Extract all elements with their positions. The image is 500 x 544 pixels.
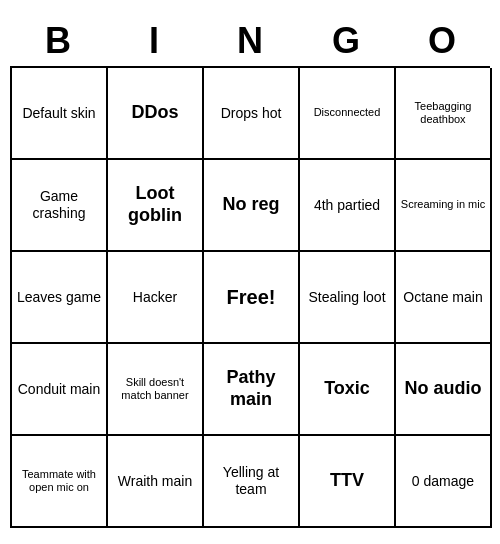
bingo-cell-7: No reg: [204, 160, 300, 252]
bingo-cell-4: Teebagging deathbox: [396, 68, 492, 160]
bingo-cell-1: DDos: [108, 68, 204, 160]
letter-n: N: [206, 20, 294, 62]
bingo-cell-10: Leaves game: [12, 252, 108, 344]
bingo-cell-17: Pathy main: [204, 344, 300, 436]
bingo-cell-0: Default skin: [12, 68, 108, 160]
bingo-cell-12: Free!: [204, 252, 300, 344]
bingo-grid: Default skinDDosDrops hotDisconnectedTee…: [10, 66, 490, 528]
bingo-cell-16: Skill doesn't match banner: [108, 344, 204, 436]
bingo-cell-19: No audio: [396, 344, 492, 436]
bingo-cell-24: 0 damage: [396, 436, 492, 528]
bingo-cell-2: Drops hot: [204, 68, 300, 160]
bingo-cell-20: Teammate with open mic on: [12, 436, 108, 528]
letter-i: I: [110, 20, 198, 62]
bingo-cell-23: TTV: [300, 436, 396, 528]
letter-b: B: [14, 20, 102, 62]
bingo-card: B I N G O Default skinDDosDrops hotDisco…: [10, 16, 490, 528]
bingo-title: B I N G O: [10, 16, 490, 66]
bingo-cell-11: Hacker: [108, 252, 204, 344]
bingo-cell-18: Toxic: [300, 344, 396, 436]
bingo-cell-6: Loot goblin: [108, 160, 204, 252]
bingo-cell-14: Octane main: [396, 252, 492, 344]
letter-g: G: [302, 20, 390, 62]
bingo-cell-5: Game crashing: [12, 160, 108, 252]
bingo-cell-22: Yelling at team: [204, 436, 300, 528]
bingo-cell-8: 4th partied: [300, 160, 396, 252]
bingo-cell-15: Conduit main: [12, 344, 108, 436]
bingo-cell-3: Disconnected: [300, 68, 396, 160]
bingo-cell-21: Wraith main: [108, 436, 204, 528]
bingo-cell-13: Stealing loot: [300, 252, 396, 344]
letter-o: O: [398, 20, 486, 62]
bingo-cell-9: Screaming in mic: [396, 160, 492, 252]
